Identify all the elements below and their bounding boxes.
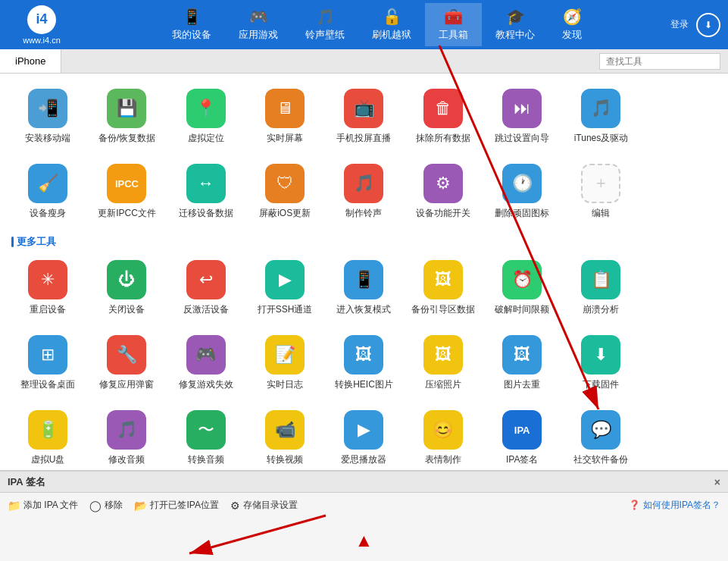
convert-audio-icon: 〜 (186, 410, 226, 450)
ipa-sign-icon: IPA (502, 410, 542, 450)
location-icon: 📍 (186, 89, 226, 128)
tool-live-log[interactable]: 📝 实时日志 (248, 331, 321, 395)
ipa-remove-btn[interactable]: ◯ 移除 (89, 499, 123, 512)
tool-install-mobile[interactable]: 📲 安装移动端 (11, 85, 84, 149)
organize-icon: ⊞ (28, 335, 67, 375)
tool-fake-location[interactable]: 📍 虚拟定位 (170, 85, 242, 149)
tool-ssh[interactable]: ▶ 打开SSH通道 (248, 256, 321, 320)
tool-device-switch[interactable]: ⚙ 设备功能开关 (407, 160, 480, 224)
radio-icon: ◯ (89, 500, 102, 512)
crash-icon: 📋 (581, 260, 620, 299)
tool-edit[interactable]: + 编辑 (564, 160, 637, 224)
ipcc-icon: IPCC (107, 164, 146, 203)
tool-wipe-all[interactable]: 🗑 抹除所有数据 (407, 85, 480, 149)
tool-fix-game[interactable]: 🎮 修复游戏失效 (170, 331, 242, 395)
compress-icon: 🖼 (423, 335, 463, 375)
login-link[interactable]: 登录 (670, 18, 689, 31)
tool-ringtone-make[interactable]: 🎵 制作铃声 (327, 160, 400, 224)
tool-dl-firmware[interactable]: ⬇ 下载固件 (564, 331, 637, 395)
header-right: 登录 ⬇ (670, 13, 720, 37)
vudisk-icon: 🔋 (28, 410, 67, 450)
tool-modify-audio[interactable]: 🎵 修改音频 (90, 406, 163, 470)
tool-deactivate[interactable]: ↩ 反激活设备 (170, 256, 242, 320)
fix-popup-icon: 🔧 (107, 335, 146, 375)
search-input[interactable] (599, 53, 720, 70)
tool-compress-photo[interactable]: 🖼 压缩照片 (407, 331, 480, 395)
download-button[interactable]: ⬇ (696, 13, 720, 37)
tool-ipa-sign[interactable]: IPA IPA签名 (486, 406, 558, 470)
tool-organize[interactable]: ⊞ 整理设备桌面 (11, 331, 84, 395)
tool-isee-player[interactable]: ▶ 爱思播放器 (327, 406, 400, 470)
ssh-icon: ▶ (265, 260, 305, 299)
ipa-up-arrow: ▲ (355, 530, 373, 551)
tool-ios-update[interactable]: 🛡 屏蔽iOS更新 (248, 160, 321, 224)
main-content: 📲 安装移动端 💾 备份/恢复数据 📍 虚拟定位 🖥 实时屏幕 📺 手机投屏直播… (0, 74, 728, 470)
jailbreak-icon: 🔓 (383, 8, 401, 26)
tool-social-backup[interactable]: 💬 社交软件备份 (564, 406, 637, 470)
tool-shutdown[interactable]: ⏻ 关闭设备 (90, 256, 163, 320)
player-icon: ▶ (344, 410, 383, 450)
tool-screen-cast[interactable]: 📺 手机投屏直播 (327, 85, 400, 149)
backup-icon: 💾 (107, 89, 146, 128)
tool-del-stubborn[interactable]: 🕐 删除顽固图标 (486, 160, 558, 224)
migrate-icon: ↔ (186, 164, 226, 203)
tool-migrate[interactable]: ↔ 迁移设备数据 (170, 160, 242, 224)
backup-guide-icon: 🖼 (423, 260, 463, 299)
tools-more-grid: ✳ 重启设备 ⏻ 关闭设备 ↩ 反激活设备 ▶ 打开SSH通道 📱 进入恢复模式… (11, 256, 717, 320)
tool-device-slim[interactable]: 🧹 设备瘦身 (11, 160, 84, 224)
skip-icon: ⏭ (502, 89, 542, 128)
tab-iphone[interactable]: iPhone (0, 49, 61, 73)
tool-convert-video[interactable]: 📹 转换视频 (248, 406, 321, 470)
tutorials-icon: 🎓 (506, 8, 525, 26)
itunes-icon: 🎵 (581, 89, 620, 128)
del-icon: 🕐 (502, 164, 542, 203)
ipa-panel-title: IPA 签名 × (0, 472, 728, 493)
tool-backup-guide[interactable]: 🖼 备份引导区数据 (407, 256, 480, 320)
tool-time-limit[interactable]: ⏰ 破解时间限额 (486, 256, 558, 320)
ipa-save-dir-btn[interactable]: ⚙ 存储目录设置 (230, 499, 298, 512)
dl-icon: ⬇ (581, 335, 620, 375)
convert-video-icon: 📹 (265, 410, 305, 450)
tool-real-screen[interactable]: 🖥 实时屏幕 (248, 85, 321, 149)
ipa-toolbar: 📁 添加 IPA 文件 ◯ 移除 📂 打开已签IPA位置 ⚙ 存储目录设置 ❓ … (0, 493, 728, 518)
location-label: 虚拟定位 (188, 132, 224, 145)
tool-heic[interactable]: 🖼 转换HEIC图片 (327, 331, 400, 395)
nav-discover[interactable]: 🧭 发现 (548, 3, 595, 46)
ipa-open-signed-btn[interactable]: 📂 打开已签IPA位置 (134, 499, 218, 512)
tool-itunes[interactable]: 🎵 iTunes及驱动 (564, 85, 637, 149)
nav-jailbreak[interactable]: 🔓 刷机越狱 (358, 3, 425, 46)
tool-reboot[interactable]: ✳ 重启设备 (11, 256, 84, 320)
tool-vudisk[interactable]: 🔋 虚拟U盘 (11, 406, 84, 470)
tool-convert-audio[interactable]: 〜 转换音频 (170, 406, 242, 470)
tools-row2-grid: ⊞ 整理设备桌面 🔧 修复应用弹窗 🎮 修复游戏失效 📝 实时日志 🖼 转换HE… (11, 331, 717, 395)
discover-icon: 🧭 (563, 8, 582, 26)
folder-open-icon: 📂 (134, 500, 147, 512)
tools-second-grid: 🧹 设备瘦身 IPCC 更新IPCC文件 ↔ 迁移设备数据 🛡 屏蔽iOS更新 … (11, 160, 717, 224)
nav-apps-games[interactable]: 🎮 应用游戏 (225, 3, 292, 46)
nav-toolbox[interactable]: 🧰 工具箱 (425, 3, 482, 46)
ipa-panel-close[interactable]: × (714, 476, 720, 488)
ipa-content: ▲ (0, 518, 728, 561)
ipa-add-btn[interactable]: 📁 添加 IPA 文件 (8, 499, 78, 512)
tool-crash[interactable]: 📋 崩溃分析 (564, 256, 637, 320)
ipa-help-link[interactable]: ❓ 如何使用IPA签名？ (629, 499, 720, 512)
tool-skip-guide[interactable]: ⏭ 跳过设置向导 (486, 85, 558, 149)
nav-my-device[interactable]: 📱 我的设备 (158, 3, 225, 46)
tool-emoji[interactable]: 😊 表情制作 (407, 406, 480, 470)
tool-fix-popup[interactable]: 🔧 修复应用弹窗 (90, 331, 163, 395)
install-mobile-icon: 📲 (28, 89, 67, 128)
tool-backup-restore[interactable]: 💾 备份/恢复数据 (90, 85, 163, 149)
tool-ipcc[interactable]: IPCC 更新IPCC文件 (90, 160, 163, 224)
tool-photo-dedup[interactable]: 🖼 图片去重 (486, 331, 558, 395)
gear-icon: ⚙ (230, 500, 240, 512)
ios-update-icon: 🛡 (265, 164, 305, 203)
reboot-icon: ✳ (28, 260, 67, 299)
add-icon: + (581, 164, 620, 203)
nav-toolbox-label: 工具箱 (439, 28, 468, 42)
nav-ringtones[interactable]: 🎵 铃声壁纸 (292, 3, 358, 46)
tool-recovery[interactable]: 📱 进入恢复模式 (327, 256, 400, 320)
nav-tutorials[interactable]: 🎓 教程中心 (482, 3, 548, 46)
nav-ringtones-label: 铃声壁纸 (305, 28, 345, 42)
skip-label: 跳过设置向导 (495, 132, 549, 145)
nav-apps-label: 应用游戏 (239, 28, 278, 42)
